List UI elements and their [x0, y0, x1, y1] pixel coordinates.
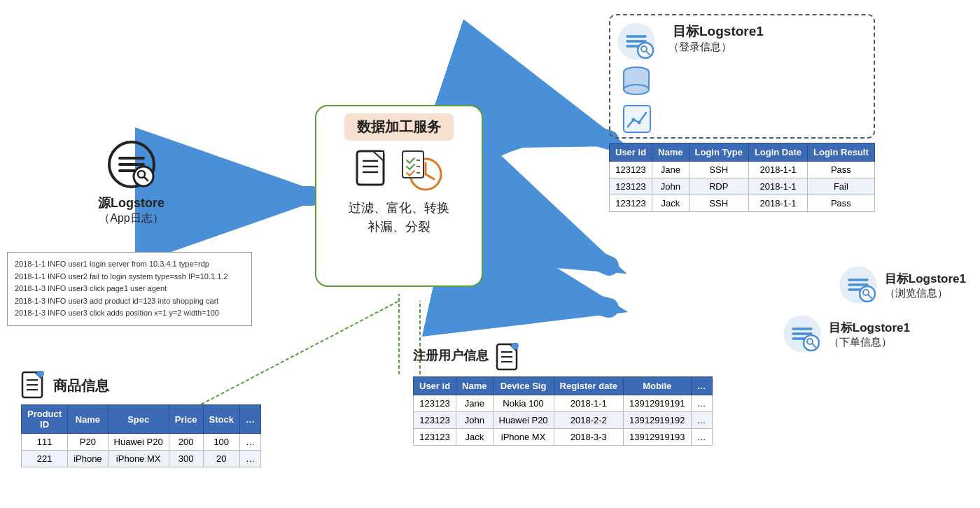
col-name: Name	[652, 143, 689, 162]
log-line-2: 2018-1-1 INFO user2 fail to login system…	[15, 271, 244, 283]
target2-sublabel: （浏览信息）	[885, 287, 966, 300]
product-col-price: Price	[169, 405, 203, 434]
svg-point-32	[624, 85, 649, 94]
target1-container: 目标Logstore1 （登录信息） User id Name Login Ty…	[609, 14, 875, 212]
table-row: 111P20Huawei P20200100…	[22, 434, 261, 451]
target3-logstore-icon	[783, 315, 822, 353]
reg-col-name: Name	[456, 377, 493, 395]
product-col-stock: Stock	[203, 405, 239, 434]
product-col-id: Product ID	[22, 405, 68, 434]
processing-subtitle: 过滤、富化、转换 补漏、分裂	[349, 199, 449, 237]
col-loginresult: Login Result	[808, 143, 875, 162]
table-row: 123123JohnHuawei P202018-2-213912919192…	[414, 412, 713, 429]
table-row: 123123JackSSH2018-1-1Pass	[610, 195, 875, 212]
table-row: 123123JaneSSH2018-1-1Pass	[610, 162, 875, 178]
log-line-3: 2018-1-3 INFO user3 click page1 user age…	[15, 283, 244, 295]
svg-rect-19	[402, 151, 424, 178]
product-col-more: …	[239, 405, 260, 434]
processing-box: 数据加工服务	[315, 105, 483, 287]
log-text-box: 2018-1-1 INFO user1 login server from 10…	[7, 252, 252, 326]
target1-dashed-box: 目标Logstore1 （登录信息）	[609, 14, 875, 139]
processing-doc-icon	[354, 150, 392, 192]
target2-logstore-icon	[839, 266, 878, 304]
svg-point-49	[804, 335, 819, 351]
reg-col-userid: User id	[414, 377, 456, 395]
registered-info-title: 注册用户信息	[413, 347, 489, 364]
processing-title: 数据加工服务	[344, 113, 454, 141]
target2-container: 目标Logstore1 （浏览信息）	[839, 266, 966, 304]
log-line-5: 2018-1-3 INFO user3 click adds position …	[15, 307, 244, 320]
target2-label: 目标Logstore1	[885, 271, 966, 287]
target1-sub-label: （登录信息）	[668, 41, 764, 54]
col-userid: User id	[610, 143, 652, 162]
svg-point-42	[860, 286, 875, 302]
registered-info-container: 注册用户信息 User id Name Device Sig Register …	[413, 343, 713, 446]
reg-col-more: …	[691, 377, 712, 395]
col-logintype: Login Type	[689, 143, 748, 162]
target1-chart-icon	[622, 104, 652, 134]
svg-point-36	[631, 118, 635, 122]
reg-col-mobile: Mobile	[623, 377, 691, 395]
product-info-container: 商品信息 Product ID Name Spec Price Stock … …	[21, 371, 261, 467]
source-logstore-label: 源Logstore	[98, 195, 164, 211]
product-info-title: 商品信息	[21, 371, 261, 400]
svg-point-27	[638, 43, 653, 58]
diagram-container: 源Logstore （App日志） 2018-1-1 INFO user1 lo…	[0, 0, 980, 508]
reg-col-devicesig: Device Sig	[493, 377, 554, 395]
source-logstore-icon	[107, 140, 156, 189]
target1-logstore-icon	[617, 22, 656, 61]
svg-rect-35	[624, 106, 650, 132]
col-logindate: Login Date	[748, 143, 807, 162]
log-line-4: 2018-1-3 INFO user3 add product id=123 i…	[15, 295, 244, 308]
source-logstore-sublabel: （App日志）	[99, 211, 163, 226]
svg-point-37	[637, 121, 640, 125]
target3-sublabel: （下单信息）	[829, 336, 910, 349]
registered-doc-icon	[496, 343, 522, 372]
product-col-spec: Spec	[108, 405, 169, 434]
processing-clock-icon	[399, 148, 444, 193]
registered-table: User id Name Device Sig Register date Mo…	[413, 376, 713, 446]
target3-label: 目标Logstore1	[829, 320, 910, 336]
table-row: 123123JohnRDP2018-1-1Fail	[610, 178, 875, 195]
product-doc-icon	[21, 371, 48, 400]
table-row: 123123JackiPhone MX2018-3-313912919193…	[414, 429, 713, 446]
target1-main-label: 目标Logstore1	[673, 22, 764, 41]
target1-table: User id Name Login Type Login Date Login…	[609, 143, 875, 212]
processing-icons	[354, 148, 444, 193]
table-row: 221iPhoneiPhone MX30020…	[22, 451, 261, 467]
table-row: 123123JaneNokia 1002018-1-113912919191…	[414, 395, 713, 412]
target1-icons	[617, 22, 656, 134]
log-line-1: 2018-1-1 INFO user1 login server from 10…	[15, 258, 244, 271]
product-col-name: Name	[68, 405, 108, 434]
target3-container: 目标Logstore1 （下单信息）	[783, 315, 910, 353]
source-logstore: 源Logstore （App日志）	[98, 140, 164, 226]
product-table: Product ID Name Spec Price Stock … 111P2…	[21, 404, 261, 467]
target1-db-icon	[621, 65, 652, 100]
reg-col-regdate: Register date	[554, 377, 623, 395]
